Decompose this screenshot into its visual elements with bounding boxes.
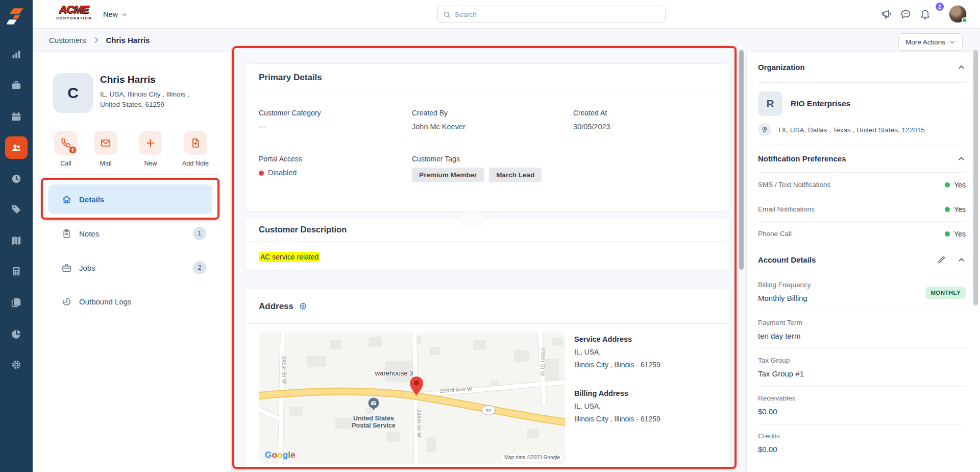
billing-address-block: Billing Address IL, USA, Illinois City ,… [574, 389, 660, 423]
google-logo[interactable]: Google [265, 450, 296, 460]
timesheet-clock-icon[interactable] [11, 173, 22, 184]
service-address-block: Service Address IL, USA, Illinois City ,… [574, 335, 660, 369]
tag-chip: Premium Member [412, 168, 484, 182]
add-note-button[interactable] [184, 131, 207, 155]
reports-pie-icon[interactable] [11, 328, 22, 340]
note-add-icon [190, 137, 201, 149]
pref-row-email: Email Notifications Yes [758, 197, 966, 222]
field-customer-tags: Customer Tags Premium Member March Lead [412, 155, 542, 182]
map-pin-label: warehouse 3 [375, 369, 413, 377]
notifications-bell-icon[interactable] [919, 8, 931, 20]
organization-name[interactable]: RIO Enterprises [791, 99, 850, 108]
address-title: Address [259, 301, 293, 312]
account-details-header: Account Details [758, 246, 966, 273]
location-pin-icon [758, 123, 771, 136]
map-icon[interactable] [11, 235, 22, 246]
dashboard-icon[interactable] [11, 49, 22, 60]
status-dot-green [945, 182, 950, 187]
add-note-label: Add Note [178, 160, 213, 167]
chevron-down-icon [949, 39, 955, 45]
route-92-badge: 92 [482, 406, 496, 415]
sidebar-item-jobs[interactable]: Jobs 2 [48, 254, 212, 281]
new-quick-button[interactable] [139, 131, 162, 155]
mail-label: Mail [88, 160, 124, 167]
more-actions-button[interactable]: More Actions [898, 33, 963, 51]
address-card-header: Address [246, 289, 729, 324]
plus-badge-icon [69, 146, 77, 154]
chevron-up-icon[interactable] [957, 63, 966, 72]
home-icon [61, 194, 72, 205]
breadcrumb: Customers Chris Harris [49, 29, 150, 51]
zuper-logo-icon[interactable] [7, 7, 26, 26]
clipboard-icon [61, 228, 72, 239]
search-input[interactable] [455, 11, 660, 18]
main-scrollbar-thumb[interactable] [739, 50, 744, 270]
chevron-up-icon[interactable] [957, 255, 966, 264]
map-attribution: Map data ©2023 Google [502, 454, 562, 461]
account-row-tax-group: Tax Group Tax Group #1 [758, 349, 966, 387]
svg-text:92: 92 [486, 408, 492, 413]
sidebar-item-details[interactable]: Details [48, 184, 212, 214]
customer-initial-avatar: C [53, 73, 93, 113]
breadcrumb-current: Chris Harris [106, 36, 150, 44]
address-card: Address [245, 289, 730, 472]
address-settings-gear-icon[interactable] [299, 302, 307, 311]
calculator-icon[interactable] [11, 266, 22, 277]
chevron-right-icon [92, 36, 100, 44]
field-customer-category: Customer Category --- [259, 109, 321, 131]
organization-initial-avatar: R [758, 91, 782, 116]
account-row-payment-term: Payment Term ten day term [758, 311, 966, 349]
account-row-receivables: Receivables $0.00 [758, 387, 966, 424]
organization-panel: Organization R RIO Enterprises TX, USA, … [746, 51, 980, 472]
mail-button[interactable] [94, 131, 117, 155]
app-icon-rail [0, 0, 33, 472]
call-label: Call [48, 160, 84, 167]
panel-scrollbar-thumb[interactable] [973, 50, 978, 305]
google-map[interactable]: 92 241st St W 238th St W 235th St W 123r… [259, 333, 565, 464]
topbar: ACME CORPORATION New 2 [33, 0, 980, 29]
field-portal-access: Portal Access Disabled [259, 155, 302, 177]
account-row-credits: Credits $0.00 [758, 424, 966, 462]
organization-address: TX, USA, Dallas , Texas , United States,… [777, 126, 925, 134]
primary-details-title: Primary Details [246, 64, 729, 91]
notes-count-badge: 1 [193, 227, 206, 240]
customer-description-card: Customer Description AC service related [245, 218, 730, 271]
customers-icon [11, 142, 22, 153]
briefcase-icon [61, 263, 72, 273]
sidebar-item-outbound-logs[interactable]: Outbound Logs [48, 288, 212, 315]
usps-label-line1: United States [353, 415, 394, 422]
documents-copy-icon[interactable] [11, 297, 22, 308]
customer-name: Chris Harris [100, 74, 156, 85]
highlighted-description-text: AC service related [259, 252, 320, 262]
acme-logo-text: ACME [51, 4, 97, 16]
chat-icon[interactable] [900, 8, 912, 20]
road-label-235th: 235th St W [540, 348, 546, 376]
tags-icon[interactable] [11, 204, 22, 215]
history-icon [61, 296, 72, 307]
new-menu-button[interactable]: New [103, 0, 128, 29]
search-icon [443, 11, 451, 18]
notification-preferences-header: Notification Preferences [758, 145, 966, 173]
mail-icon [100, 137, 111, 149]
sidebar-item-notes[interactable]: Notes 1 [48, 220, 212, 247]
customers-nav-active[interactable] [5, 136, 28, 159]
customer-summary-panel: C Chris Harris IL, USA, Illinois City , … [33, 51, 232, 472]
monthly-badge: MONTHLY [925, 287, 966, 299]
announcements-megaphone-icon[interactable] [881, 8, 893, 20]
calendar-icon[interactable] [11, 111, 22, 122]
divider [49, 174, 219, 175]
plus-icon [145, 137, 156, 149]
call-button[interactable] [54, 131, 78, 155]
portal-access-value: Disabled [259, 169, 302, 177]
main-content: Primary Details Customer Category --- Cr… [232, 51, 746, 472]
breadcrumb-customers-link[interactable]: Customers [49, 36, 86, 44]
pref-row-sms: SMS / Text Notifications Yes [758, 173, 966, 197]
chevron-up-icon[interactable] [957, 154, 966, 163]
settings-gear-icon[interactable] [11, 359, 22, 370]
pref-row-phone: Phone Call Yes [758, 222, 966, 246]
edit-pencil-icon[interactable] [937, 255, 946, 264]
jobs-icon[interactable] [11, 80, 22, 91]
jobs-count-badge: 2 [193, 261, 206, 274]
chevron-down-icon [121, 11, 128, 18]
acme-company-logo[interactable]: ACME CORPORATION [51, 4, 97, 20]
